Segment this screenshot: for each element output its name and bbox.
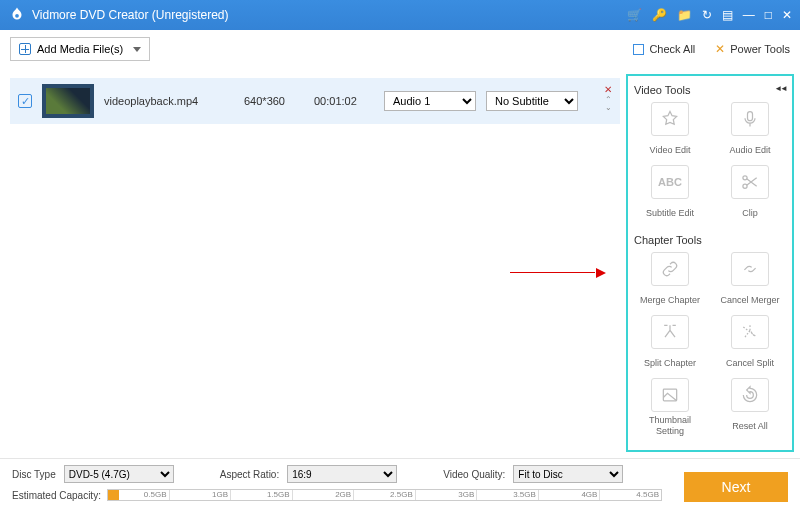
image-icon	[660, 385, 680, 405]
media-row[interactable]: ✓ videoplayback.mp4 640*360 00:01:02 Aud…	[10, 78, 620, 124]
video-quality-select[interactable]: Fit to Disc	[513, 465, 623, 483]
disc-type-select[interactable]: DVD-5 (4.7G)	[64, 465, 174, 483]
subtitle-edit-tool[interactable]: ABCSubtitle Edit	[634, 165, 706, 224]
unlink-icon	[740, 259, 760, 279]
split-icon	[660, 322, 680, 342]
duration: 00:01:02	[314, 95, 374, 107]
tools-panel: Video Tools Video Edit Audio Edit ABCSub…	[626, 74, 794, 452]
svg-point-3	[743, 184, 747, 188]
reset-icon	[740, 385, 760, 405]
cancel-split-tool[interactable]: Cancel Split	[714, 315, 786, 374]
add-media-label: Add Media File(s)	[37, 43, 123, 55]
filename: videoplayback.mp4	[104, 95, 234, 107]
svg-rect-1	[748, 112, 753, 121]
power-tools-label: Power Tools	[730, 43, 790, 55]
disc-type-label: Disc Type	[12, 469, 56, 480]
close-icon[interactable]: ✕	[782, 8, 792, 22]
plus-icon	[19, 43, 31, 55]
scissors-icon	[740, 172, 760, 192]
star-icon	[660, 109, 680, 129]
app-logo-icon	[8, 6, 26, 24]
link-icon	[660, 259, 680, 279]
capacity-ticks: 0.5GB1GB1.5GB2GB2.5GB3GB3.5GB4GB4.5GB	[108, 490, 661, 500]
tools-icon: ✕	[715, 42, 725, 56]
history-icon[interactable]: ↻	[702, 8, 712, 22]
reset-all-tool[interactable]: Reset All	[714, 378, 786, 437]
abc-icon: ABC	[651, 165, 689, 199]
audio-select[interactable]: Audio 1	[384, 91, 476, 111]
video-quality-label: Video Quality:	[443, 469, 505, 480]
row-checkbox[interactable]: ✓	[18, 94, 32, 108]
menu-icon[interactable]: ▤	[722, 8, 733, 22]
reorder-arrows[interactable]: ⌃⌄	[605, 96, 612, 111]
maximize-icon[interactable]: □	[765, 8, 772, 22]
check-all-toggle[interactable]: Check All	[633, 43, 695, 55]
toolbar: Add Media File(s) Check All ✕ Power Tool…	[0, 30, 800, 68]
minimize-icon[interactable]: —	[743, 8, 755, 22]
thumbnail-setting-tool[interactable]: Thumbnail Setting	[634, 378, 706, 437]
delete-row-icon[interactable]: ✕	[604, 84, 612, 95]
check-all-label: Check All	[649, 43, 695, 55]
aspect-ratio-label: Aspect Ratio:	[220, 469, 279, 480]
merge-chapter-tool[interactable]: Merge Chapter	[634, 252, 706, 311]
subtitle-select[interactable]: No Subtitle	[486, 91, 578, 111]
svg-point-2	[743, 176, 747, 180]
add-media-button[interactable]: Add Media File(s)	[10, 37, 150, 61]
bottom-bar: Disc Type DVD-5 (4.7G) Aspect Ratio: 16:…	[0, 458, 800, 514]
capacity-label: Estimated Capacity:	[12, 490, 101, 501]
cart-icon[interactable]: 🛒	[627, 8, 642, 22]
cancel-split-icon	[740, 322, 760, 342]
annotation-arrow	[510, 268, 610, 278]
cancel-merger-tool[interactable]: Cancel Merger	[714, 252, 786, 311]
video-edit-tool[interactable]: Video Edit	[634, 102, 706, 161]
resolution: 640*360	[244, 95, 304, 107]
video-tools-heading: Video Tools	[634, 84, 786, 96]
audio-edit-tool[interactable]: Audio Edit	[714, 102, 786, 161]
dropdown-caret-icon	[133, 47, 141, 52]
svg-point-0	[15, 14, 19, 18]
folder-icon[interactable]: 📁	[677, 8, 692, 22]
clip-tool[interactable]: Clip	[714, 165, 786, 224]
app-title: Vidmore DVD Creator (Unregistered)	[32, 8, 627, 22]
checkbox-icon	[633, 44, 644, 55]
mic-icon	[740, 109, 760, 129]
key-icon[interactable]: 🔑	[652, 8, 667, 22]
next-button[interactable]: Next	[684, 472, 788, 502]
capacity-bar: 0.5GB1GB1.5GB2GB2.5GB3GB3.5GB4GB4.5GB	[107, 489, 662, 501]
titlebar: Vidmore DVD Creator (Unregistered) 🛒 🔑 📁…	[0, 0, 800, 30]
split-chapter-tool[interactable]: Split Chapter	[634, 315, 706, 374]
media-list: ✓ videoplayback.mp4 640*360 00:01:02 Aud…	[0, 68, 626, 458]
aspect-ratio-select[interactable]: 16:9	[287, 465, 397, 483]
power-tools-button[interactable]: ✕ Power Tools	[715, 42, 790, 56]
thumbnail[interactable]	[42, 84, 94, 118]
chapter-tools-heading: Chapter Tools	[634, 234, 786, 246]
